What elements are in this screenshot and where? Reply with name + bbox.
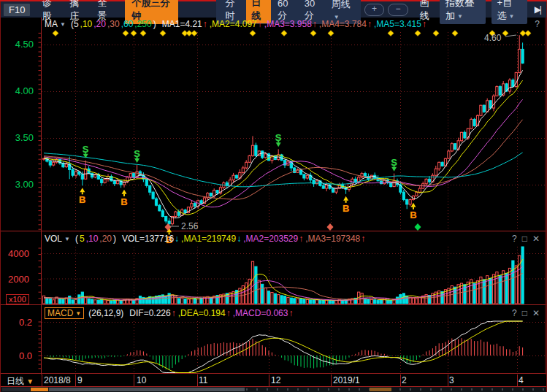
help-icon[interactable]: ? [512, 308, 517, 318]
green-diamond-icon [415, 223, 421, 231]
up-arrow-icon: ↑ [203, 19, 207, 29]
collapse-panel-icon[interactable]: ▶| [535, 4, 540, 15]
event-diamond-icon [131, 31, 137, 36]
indicator-value: (5 [71, 19, 79, 29]
price-annotation: 2.56 [181, 221, 199, 231]
f10-button[interactable]: F10 [4, 4, 30, 16]
event-diamond-icon [452, 31, 458, 36]
indicator-value: ) [153, 19, 156, 29]
indicator-value: ,20 [99, 234, 112, 244]
maximize-icon[interactable]: □ [522, 234, 527, 244]
indicator-value: ,20 [93, 19, 106, 29]
help-icon[interactable]: ? [512, 234, 517, 244]
vol-dropdown[interactable]: VOL▼ [45, 234, 70, 244]
period-indicator[interactable]: 日线 ▼ [7, 375, 34, 388]
ma-line-20 [44, 99, 523, 207]
macd-values: DIF=0.226↑,DEA=0.194↑,MACD=0.063↑ [128, 308, 294, 318]
sell-arrow-icon [276, 142, 281, 147]
up-arrow-icon: ↑ [361, 234, 365, 244]
period-indicator-label: 日线 [7, 376, 24, 386]
time-axis-separator [400, 374, 401, 386]
zoom-out-button[interactable]: − [388, 4, 408, 16]
up-arrow-icon: ↑ [172, 308, 176, 318]
buy-signal-label: B [410, 210, 416, 220]
macd-dropdown[interactable]: MACD▼ [45, 307, 84, 319]
buy-signal-label: B [121, 196, 127, 207]
indicator-value: ,30 [107, 19, 120, 29]
top-toolbar: F10 诊股 擒庄 全景 个股三分钟 分时 日线 60分 30分 周线▼ + −… [1, 1, 546, 18]
ma-label: MA [45, 19, 58, 29]
macd-indicator-row: MACD▼ (26,12,9) DIF=0.226↑,DEA=0.194↑,MA… [45, 307, 541, 319]
indicator-value: ,MA4=3.784 [319, 19, 367, 29]
time-axis-label: 11 [199, 375, 207, 385]
time-axis-separator [197, 374, 198, 386]
time-axis-separator [448, 374, 448, 386]
macd-axis-label: 0.2 [7, 317, 32, 328]
event-diamond-icon [160, 31, 166, 36]
indicator-value: ,MA3=197348 [305, 234, 360, 244]
help-icon[interactable]: ? [535, 19, 540, 29]
event-diamond-icon [281, 31, 287, 36]
zoom-in-button[interactable]: + [364, 4, 384, 16]
price-axis-label: 4.50 [4, 39, 34, 50]
stock-chart-window: F10 诊股 擒庄 全景 个股三分钟 分时 日线 60分 30分 周线▼ + −… [0, 0, 547, 392]
time-axis-label: 2018/8 [44, 375, 71, 385]
scrollbar-highlight [31, 388, 48, 391]
time-axis-separator [134, 374, 134, 386]
ma-values: MA1=4.21↑,MA2=4.097↑,MA3=3.958↑,MA4=3.78… [161, 19, 427, 29]
event-diamond-icon [53, 31, 58, 36]
chevron-down-icon: ▼ [64, 236, 70, 242]
time-axis: 日线 ▼ 2018/891011122019/1234 [1, 374, 546, 386]
indicator-value: (26,12,9) [88, 308, 123, 318]
ma-indicator-row: MA▼ (5,10,20,30,60,250) MA1=4.21↑,MA2=4.… [45, 18, 541, 30]
indicator-value: ,MACD=0.063 [233, 308, 288, 318]
buy-arrow-icon [343, 196, 348, 201]
price-axis-label: 4.00 [4, 85, 34, 96]
price-axis-label: 3.00 [4, 179, 34, 190]
event-diamond-icon [502, 31, 508, 36]
ma-dropdown[interactable]: MA▼ [45, 19, 66, 29]
indicator-value: ,60 [121, 19, 134, 29]
buy-arrow-icon [80, 188, 85, 192]
indicator-value: 5 [80, 234, 85, 244]
maximize-icon[interactable]: □ [522, 308, 527, 318]
down-arrow-icon: ↓ [237, 234, 241, 244]
indicator-value: ,MA3=3.958 [264, 19, 312, 29]
indicator-value: ,250 [134, 19, 151, 29]
event-diamond-icon [433, 31, 439, 36]
macd-axis-label: 0.0 [7, 350, 32, 361]
indicator-value: ,10 [80, 19, 93, 29]
indicator-value: ,MA2=4.097 [210, 19, 257, 29]
macd-label: MACD [47, 308, 73, 318]
up-arrow-icon: ↑ [258, 19, 262, 29]
arrow-down-icon: ▼ [26, 377, 34, 385]
event-diamond-icon [525, 31, 531, 36]
indicator-value: ,MA2=203529 [243, 234, 298, 244]
scrollbar-track[interactable] [49, 388, 245, 391]
scrollbar-handle[interactable] [2, 388, 30, 391]
scrollbar-highlight-2 [370, 388, 391, 391]
event-diamond-icon [250, 31, 256, 36]
chart-canvas[interactable]: BBBBBSSSS4.602.56 [0, 0, 547, 392]
indicator-value: ,MA1=219749 [181, 234, 236, 244]
time-axis-separator [42, 374, 42, 386]
horizontal-scrollbar[interactable] [1, 387, 546, 392]
indicator-value: VOL=137716 [122, 234, 174, 244]
time-axis-label: 4 [519, 375, 524, 385]
close-icon[interactable]: ✕ [532, 234, 540, 244]
indicator-value: ) [113, 234, 116, 244]
up-arrow-icon: ↑ [226, 308, 231, 318]
event-diamond-icon [388, 31, 394, 36]
salmon-diamond-icon [327, 223, 334, 231]
sell-arrow-icon [134, 158, 139, 163]
buy-arrow-icon [122, 190, 127, 194]
time-axis-separator [269, 374, 269, 386]
event-diamond-icon [415, 31, 421, 36]
indicator-value: DIF=0.226 [129, 308, 170, 318]
time-axis-separator [331, 374, 332, 386]
vol-pane-icons: ?□✕ [512, 234, 540, 244]
volume-unit-label: x100 [6, 294, 29, 304]
close-icon[interactable]: ✕ [532, 308, 540, 318]
indicator-value: MA1=4.21 [162, 19, 202, 29]
time-axis-label: 9 [77, 375, 83, 385]
